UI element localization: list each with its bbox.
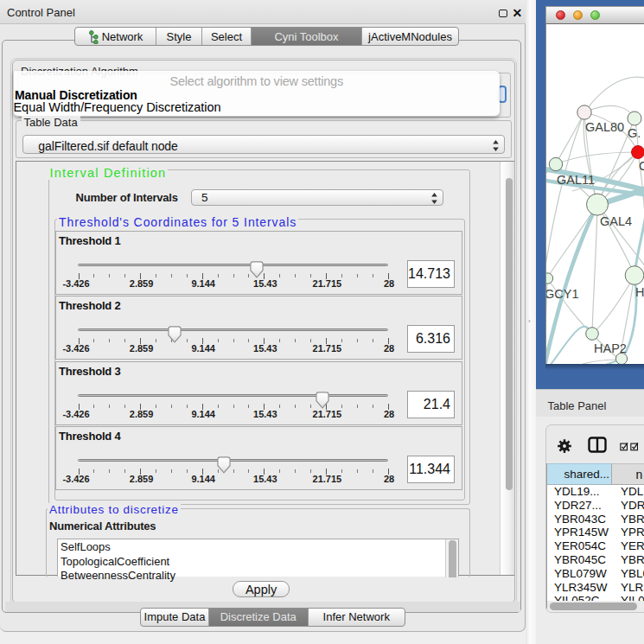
svg-text:HAP2: HAP2 [594,341,627,355]
svg-text:H: H [635,285,644,299]
svg-text:GAL4: GAL4 [600,214,632,228]
svg-text:C: C [639,159,644,173]
svg-text:GCY1: GCY1 [546,287,579,301]
svg-text:GAL11: GAL11 [557,173,595,187]
svg-text:G.: G. [628,126,641,140]
svg-text:GAL80: GAL80 [585,120,624,134]
